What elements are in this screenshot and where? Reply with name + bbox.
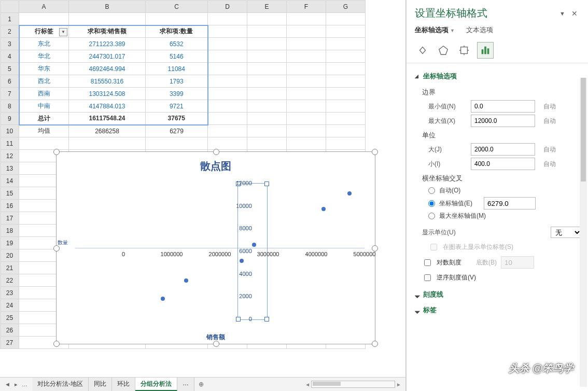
cell-A4[interactable]: 华北 (19, 50, 69, 63)
cell-D10[interactable] (208, 125, 247, 137)
chart-resize-handle[interactable] (372, 149, 378, 155)
row-header-3[interactable]: 3 (1, 38, 19, 50)
tab-nav-more[interactable]: … (20, 381, 29, 387)
row-header-14[interactable]: 14 (1, 175, 19, 187)
cell-F1[interactable] (287, 13, 326, 25)
axis-options-icon[interactable] (477, 42, 494, 59)
row-header-11[interactable]: 11 (1, 137, 19, 150)
row-header-17[interactable]: 17 (1, 212, 19, 225)
cell-C3[interactable]: 6532 (146, 38, 208, 50)
close-pane-icon[interactable]: ✕ (568, 7, 581, 20)
cell-B4[interactable]: 2447301.017 (69, 50, 146, 63)
cell-E6[interactable] (247, 75, 287, 88)
size-properties-icon[interactable] (456, 43, 472, 58)
x-axis-label[interactable]: 销售额 (206, 333, 225, 342)
major-unit-input[interactable] (471, 143, 535, 156)
cell-G3[interactable] (326, 38, 366, 50)
cross-value-input[interactable] (484, 197, 536, 210)
chart-resize-handle[interactable] (53, 341, 60, 347)
section-tick-marks[interactable]: ◣刻度线 (415, 287, 582, 302)
cell-G10[interactable] (326, 125, 366, 137)
cell-B7[interactable]: 1303124.508 (69, 88, 146, 100)
col-header-A[interactable]: A (19, 1, 69, 13)
cell-E4[interactable] (247, 50, 287, 63)
cell-A3[interactable]: 东北 (19, 38, 69, 50)
cell-E10[interactable] (247, 125, 287, 137)
data-point[interactable] (321, 207, 326, 211)
tab-text-options[interactable]: 文本选项 (466, 25, 493, 35)
data-point[interactable] (161, 297, 165, 301)
cell-A9[interactable]: 总计 (19, 113, 69, 125)
cell-E5[interactable] (247, 63, 287, 75)
cell-G6[interactable] (326, 75, 366, 88)
cell-G11[interactable] (326, 137, 366, 150)
embedded-chart[interactable]: 散点图 数量 020004000600080001000012000010000… (56, 151, 375, 344)
cell-B5[interactable]: 4692464.994 (69, 63, 146, 75)
cell-E3[interactable] (247, 38, 287, 50)
data-point[interactable] (184, 278, 188, 283)
cell-F8[interactable] (287, 100, 326, 113)
horizontal-scrollbar[interactable]: ◄ ► (305, 381, 405, 388)
cell-C5[interactable]: 11084 (146, 63, 208, 75)
cell-B10[interactable]: 2686258 (69, 125, 146, 137)
row-header-10[interactable]: 10 (1, 125, 19, 137)
cell-C10[interactable]: 6279 (146, 125, 208, 137)
tab-axis-options[interactable]: 坐标轴选项▼ (415, 25, 455, 35)
cell-B9[interactable]: 16117548.24 (69, 113, 146, 125)
cell-F9[interactable] (287, 113, 326, 125)
plot-area[interactable]: 0200040006000800010000120000100000020000… (75, 183, 365, 319)
min-value-input[interactable] (471, 100, 535, 113)
row-header-20[interactable]: 20 (1, 249, 19, 262)
cell-G2[interactable] (326, 25, 366, 38)
col-header-G[interactable]: G (326, 1, 366, 13)
cell-B3[interactable]: 2711223.389 (69, 38, 146, 50)
data-point[interactable] (240, 259, 244, 263)
legend-entry[interactable]: 数量 (58, 240, 69, 245)
cross-value-radio[interactable] (428, 200, 435, 207)
row-header-9[interactable]: 9 (1, 113, 19, 125)
sheet-tab-more[interactable]: … (177, 378, 194, 391)
cell-D3[interactable] (208, 38, 247, 50)
chart-resize-handle[interactable] (213, 149, 219, 155)
row-header-16[interactable]: 16 (1, 200, 19, 212)
cell-C6[interactable]: 1793 (146, 75, 208, 88)
col-header-B[interactable]: B (69, 1, 146, 13)
scroll-right-icon[interactable]: ► (396, 382, 401, 387)
cell-A6[interactable]: 西北 (19, 75, 69, 88)
cell-D1[interactable] (208, 13, 247, 25)
row-header-22[interactable]: 22 (1, 274, 19, 287)
display-unit-select[interactable]: 无 (551, 227, 582, 238)
col-header-D[interactable]: D (208, 1, 247, 13)
max-value-input[interactable] (471, 115, 535, 127)
cell-G8[interactable] (326, 100, 366, 113)
cell-G4[interactable] (326, 50, 366, 63)
row-header-8[interactable]: 8 (1, 100, 19, 113)
row-header-6[interactable]: 6 (1, 75, 19, 88)
cell-B6[interactable]: 815550.316 (69, 75, 146, 88)
pane-options-dropdown-icon[interactable]: ▼ (556, 8, 568, 19)
cell-A1[interactable] (19, 13, 69, 25)
cell-F11[interactable] (287, 137, 326, 150)
cell-E9[interactable] (247, 113, 287, 125)
effects-icon[interactable] (436, 43, 451, 58)
cell-D11[interactable] (208, 137, 247, 150)
cell-A10[interactable]: 均值 (19, 125, 69, 137)
row-header-2[interactable]: 2 (1, 25, 19, 38)
cell-F6[interactable] (287, 75, 326, 88)
cell-A5[interactable]: 华东 (19, 63, 69, 75)
cross-auto-radio[interactable] (428, 187, 435, 194)
pane-scrollbar[interactable] (580, 78, 587, 387)
cell-B8[interactable]: 4147884.013 (69, 100, 146, 113)
sheet-tab[interactable]: 分组分析法 (135, 378, 177, 391)
data-point[interactable] (252, 243, 256, 247)
sheet-tab[interactable]: 环比 (112, 378, 135, 391)
cell-C7[interactable]: 3399 (146, 88, 208, 100)
cell-D7[interactable] (208, 88, 247, 100)
cell-F5[interactable] (287, 63, 326, 75)
sheet-tab[interactable]: 对比分析法-地区 (32, 378, 89, 391)
row-header-12[interactable]: 12 (1, 150, 19, 162)
cell-A7[interactable]: 西南 (19, 88, 69, 100)
row-header-15[interactable]: 15 (1, 187, 19, 200)
row-header-5[interactable]: 5 (1, 63, 19, 75)
cell-F7[interactable] (287, 88, 326, 100)
